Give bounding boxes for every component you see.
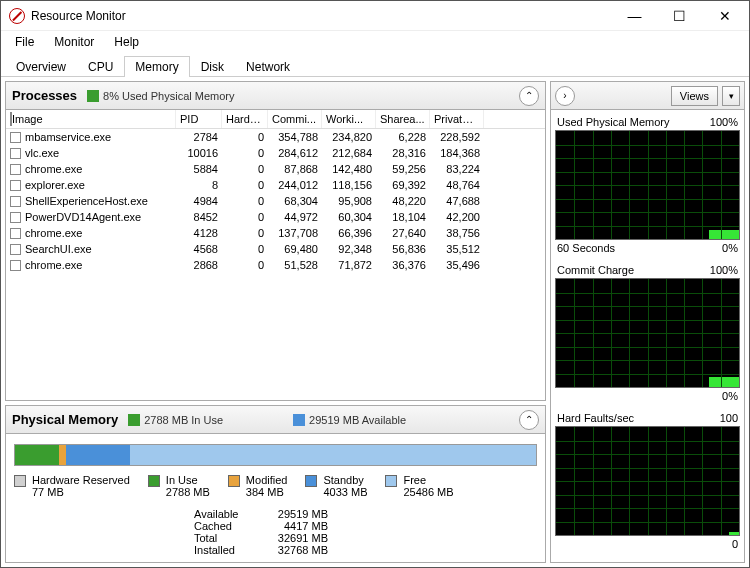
inuse-icon	[128, 414, 140, 426]
legend-modified: Modified384 MB	[228, 474, 288, 498]
content-area: Processes 8% Used Physical Memory ⌃ Imag…	[1, 77, 749, 567]
window-title: Resource Monitor	[31, 9, 612, 23]
table-row[interactable]: ShellExperienceHost.exe4984068,30495,908…	[6, 193, 545, 209]
memory-bar	[14, 444, 537, 466]
row-checkbox[interactable]	[10, 180, 21, 191]
physical-memory-panel: Physical Memory 2788 MB In Use 29519 MB …	[5, 405, 546, 563]
legend-standby: Standby4033 MB	[305, 474, 367, 498]
legend-free: Free25486 MB	[385, 474, 453, 498]
collapse-physical-button[interactable]: ⌃	[519, 410, 539, 430]
graph-used-physical: Used Physical Memory100% 60 Seconds0%	[555, 114, 740, 256]
col-commit[interactable]: Commi...	[268, 110, 322, 128]
membar-free	[130, 445, 536, 465]
minimize-button[interactable]: —	[612, 2, 657, 30]
graph-canvas-upm	[555, 130, 740, 240]
row-checkbox[interactable]	[10, 164, 21, 175]
col-shareable[interactable]: Sharea...	[376, 110, 430, 128]
col-image[interactable]: Image	[6, 110, 176, 128]
table-header: Image PID Hard F... Commi... Worki... Sh…	[6, 110, 545, 129]
graph-hardfaults: Hard Faults/sec100 0	[555, 410, 740, 552]
used-memory-icon	[87, 90, 99, 102]
processes-title: Processes	[12, 88, 77, 103]
row-checkbox[interactable]	[10, 244, 21, 255]
hide-pane-button[interactable]: ›	[555, 86, 575, 106]
menu-monitor[interactable]: Monitor	[44, 33, 104, 51]
legend-inuse: In Use2788 MB	[148, 474, 210, 498]
right-toolbar: › Views ▾	[551, 82, 744, 110]
menubar: File Monitor Help	[1, 31, 749, 53]
table-row[interactable]: chrome.exe5884087,868142,48059,25683,224	[6, 161, 545, 177]
views-button[interactable]: Views	[671, 86, 718, 106]
available-summary: 29519 MB Available	[293, 414, 406, 426]
col-pid[interactable]: PID	[176, 110, 222, 128]
table-row[interactable]: chrome.exe41280137,70866,39627,64038,756	[6, 225, 545, 241]
collapse-processes-button[interactable]: ⌃	[519, 86, 539, 106]
legend-hardware: Hardware Reserved77 MB	[14, 474, 130, 498]
processes-panel: Processes 8% Used Physical Memory ⌃ Imag…	[5, 81, 546, 401]
tab-overview[interactable]: Overview	[5, 56, 77, 77]
graphs-pane[interactable]: Used Physical Memory100% 60 Seconds0% Co…	[551, 110, 744, 562]
processes-header[interactable]: Processes 8% Used Physical Memory ⌃	[6, 82, 545, 110]
window-controls: — ☐ ✕	[612, 2, 747, 30]
graph-canvas-hf	[555, 426, 740, 536]
row-checkbox[interactable]	[10, 228, 21, 239]
row-checkbox[interactable]	[10, 148, 21, 159]
inuse-summary: 2788 MB In Use	[128, 414, 223, 426]
col-hardfaults[interactable]: Hard F...	[222, 110, 268, 128]
table-row[interactable]: explorer.exe80244,012118,15669,39248,764	[6, 177, 545, 193]
row-checkbox[interactable]	[10, 196, 21, 207]
resource-monitor-window: Resource Monitor — ☐ ✕ File Monitor Help…	[0, 0, 750, 568]
app-icon	[9, 8, 25, 24]
close-button[interactable]: ✕	[702, 2, 747, 30]
tab-cpu[interactable]: CPU	[77, 56, 124, 77]
tab-disk[interactable]: Disk	[190, 56, 235, 77]
physical-body: Hardware Reserved77 MB In Use2788 MB Mod…	[6, 434, 545, 562]
row-checkbox[interactable]	[10, 260, 21, 271]
table-row[interactable]: PowerDVD14Agent.exe8452044,97260,30418,1…	[6, 209, 545, 225]
memory-stats: Available29519 MB Cached4417 MB Total326…	[194, 508, 537, 556]
tab-memory[interactable]: Memory	[124, 56, 189, 77]
col-private[interactable]: Private ...	[430, 110, 484, 128]
table-row[interactable]: vlc.exe100160284,612212,68428,316184,368	[6, 145, 545, 161]
graph-commit: Commit Charge100% 0%	[555, 262, 740, 404]
graph-canvas-commit	[555, 278, 740, 388]
membar-standby	[66, 445, 130, 465]
available-icon	[293, 414, 305, 426]
col-working[interactable]: Worki...	[322, 110, 376, 128]
row-checkbox[interactable]	[10, 132, 21, 143]
menu-help[interactable]: Help	[104, 33, 149, 51]
table-row[interactable]: SearchUI.exe4568069,48092,34856,83635,51…	[6, 241, 545, 257]
processes-table[interactable]: Image PID Hard F... Commi... Worki... Sh…	[6, 110, 545, 400]
table-row[interactable]: mbamservice.exe27840354,788234,8206,2282…	[6, 129, 545, 145]
memory-legend: Hardware Reserved77 MB In Use2788 MB Mod…	[14, 474, 537, 498]
menu-file[interactable]: File	[5, 33, 44, 51]
tabbar: Overview CPU Memory Disk Network	[1, 53, 749, 77]
right-column: › Views ▾ Used Physical Memory100% 60 Se…	[550, 81, 745, 563]
views-dropdown-button[interactable]: ▾	[722, 86, 740, 106]
physical-title: Physical Memory	[12, 412, 118, 427]
titlebar[interactable]: Resource Monitor — ☐ ✕	[1, 1, 749, 31]
tab-network[interactable]: Network	[235, 56, 301, 77]
processes-summary: 8% Used Physical Memory	[87, 90, 234, 102]
membar-inuse	[15, 445, 59, 465]
maximize-button[interactable]: ☐	[657, 2, 702, 30]
processes-summary-text: 8% Used Physical Memory	[103, 90, 234, 102]
table-row[interactable]: chrome.exe2868051,52871,87236,37635,496	[6, 257, 545, 273]
row-checkbox[interactable]	[10, 212, 21, 223]
physical-memory-header[interactable]: Physical Memory 2788 MB In Use 29519 MB …	[6, 406, 545, 434]
left-column: Processes 8% Used Physical Memory ⌃ Imag…	[5, 81, 546, 563]
